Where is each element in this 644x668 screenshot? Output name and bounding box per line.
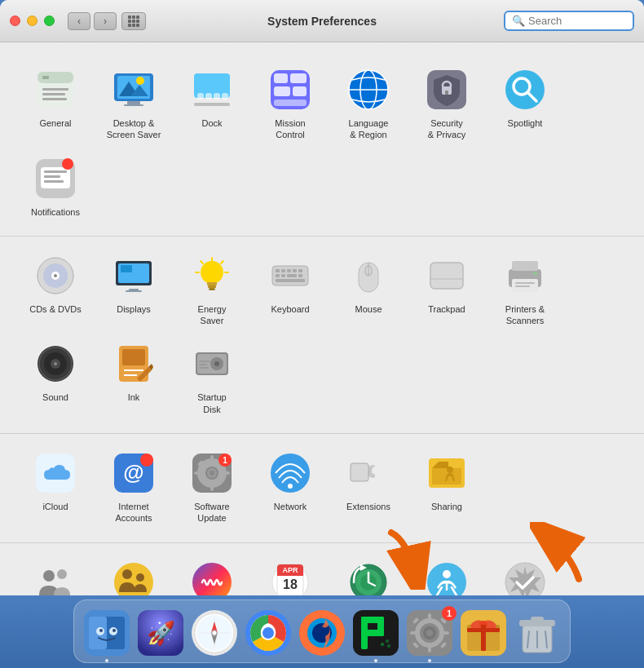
svg-rect-18 <box>194 103 230 106</box>
window-title: System Preferences <box>267 15 377 28</box>
hardware-grid: CDs & DVDs Displays <box>16 245 628 422</box>
svg-point-45 <box>54 274 57 277</box>
search-input[interactable] <box>528 15 626 27</box>
displays-label: Displays <box>117 303 151 315</box>
grid-view-button[interactable] <box>121 12 146 30</box>
svg-point-192 <box>426 630 433 636</box>
preferences-content: General <box>0 42 644 595</box>
pref-datetime[interactable]: APR 18 Date & Time <box>251 551 329 595</box>
pref-mission[interactable]: MissionControl <box>251 59 329 148</box>
svg-rect-185 <box>410 631 417 635</box>
section-hardware: CDs & DVDs Displays <box>0 237 644 434</box>
pref-security[interactable]: Security& Privacy <box>408 59 486 148</box>
svg-rect-75 <box>430 263 463 289</box>
svg-rect-80 <box>515 282 535 284</box>
pref-users[interactable]: Users &Groups <box>16 551 95 595</box>
pref-keyboard[interactable]: Keyboard <box>251 245 329 334</box>
pref-icloud[interactable]: iCloud <box>16 442 95 531</box>
pref-printers[interactable]: Printers &Scanners <box>486 245 564 334</box>
pref-software[interactable]: 1 SoftwareUpdate <box>173 442 251 531</box>
svg-rect-23 <box>293 86 307 96</box>
svg-rect-20 <box>274 73 288 83</box>
svg-rect-89 <box>122 349 145 365</box>
pref-siri[interactable]: Siri <box>173 551 251 595</box>
extensions-icon <box>344 449 393 498</box>
sysprefs-badge: 1 <box>442 606 457 621</box>
pref-dock[interactable]: Dock <box>173 59 251 148</box>
pref-cds[interactable]: CDs & DVDs <box>16 245 95 334</box>
pref-notifications[interactable]: Notifications <box>16 148 95 224</box>
pref-network[interactable]: Network <box>251 442 329 531</box>
pref-desktop[interactable]: Desktop &Screen Saver <box>95 59 173 148</box>
svg-line-58 <box>201 261 203 263</box>
svg-point-154 <box>112 629 116 632</box>
forward-button[interactable]: › <box>94 12 117 30</box>
dock-finder[interactable] <box>82 608 131 657</box>
pref-displays[interactable]: Displays <box>95 245 173 334</box>
svg-rect-32 <box>445 91 448 95</box>
security-label: Security& Privacy <box>428 117 465 141</box>
search-icon: 🔍 <box>512 15 525 27</box>
svg-rect-17 <box>222 93 228 100</box>
displays-icon <box>109 251 158 300</box>
pref-energy[interactable]: EnergySaver <box>173 245 251 334</box>
dock-trash[interactable] <box>513 608 562 657</box>
energy-label: EnergySaver <box>198 303 227 327</box>
maximize-button[interactable] <box>44 15 55 26</box>
pref-spotlight[interactable]: Spotlight <box>486 59 564 148</box>
search-box[interactable]: 🔍 <box>504 11 634 31</box>
svg-rect-107 <box>210 484 214 491</box>
svg-point-141 <box>443 570 451 578</box>
svg-point-41 <box>62 158 73 170</box>
svg-text:1: 1 <box>223 456 227 465</box>
svg-line-57 <box>221 261 223 263</box>
pref-extensions[interactable]: Extensions <box>329 442 408 531</box>
parental-icon <box>109 558 158 595</box>
svg-rect-176 <box>377 617 384 636</box>
pref-language[interactable]: Language& Region <box>329 59 408 148</box>
dock-sysprefs[interactable]: 1 <box>405 608 454 657</box>
svg-point-168 <box>262 627 274 639</box>
desktop-icon <box>109 65 158 114</box>
mouse-icon <box>344 251 393 300</box>
dock-safari[interactable] <box>190 608 239 657</box>
close-button[interactable] <box>10 15 20 26</box>
minimize-button[interactable] <box>27 15 37 26</box>
spotlight-label: Spotlight <box>508 117 543 129</box>
svg-rect-12 <box>124 104 143 106</box>
startup-label: StartupDisk <box>197 392 226 415</box>
svg-rect-15 <box>205 93 212 100</box>
svg-point-127 <box>192 563 232 595</box>
dock-giftbox[interactable] <box>459 608 508 657</box>
dock-launchpad[interactable]: 🚀 <box>136 608 185 657</box>
sound-icon <box>31 339 80 388</box>
pref-sharing[interactable]: Sharing <box>408 442 486 531</box>
pref-mouse[interactable]: Mouse <box>329 245 408 334</box>
svg-rect-78 <box>512 261 538 271</box>
pref-trackpad[interactable]: Trackpad <box>408 245 486 334</box>
svg-rect-98 <box>199 367 209 369</box>
sharing-label: Sharing <box>431 501 462 512</box>
dock-pixelmator[interactable] <box>351 608 400 657</box>
dock-chrome[interactable] <box>244 608 293 657</box>
svg-rect-22 <box>274 86 290 96</box>
pref-general[interactable]: General <box>16 59 95 148</box>
svg-point-123 <box>57 569 67 579</box>
dock-firefox[interactable] <box>298 608 346 657</box>
pref-startup[interactable]: StartupDisk <box>173 333 251 422</box>
svg-rect-3 <box>42 88 68 91</box>
svg-rect-40 <box>44 180 64 183</box>
svg-rect-4 <box>42 93 65 95</box>
personal-grid: General <box>16 59 628 224</box>
pref-internet[interactable]: @ InternetAccounts <box>95 442 173 531</box>
pref-parental[interactable]: ParentalControls <box>95 551 173 595</box>
pref-sound[interactable]: Sound <box>16 333 95 422</box>
pref-ink[interactable]: Ink <box>95 333 173 422</box>
system-preferences-window: ‹ › System Preferences 🔍 <box>0 0 644 595</box>
back-button[interactable]: ‹ <box>68 12 90 30</box>
svg-point-122 <box>43 570 55 582</box>
svg-rect-11 <box>127 101 140 104</box>
general-icon <box>31 65 80 114</box>
startup-icon <box>187 339 236 388</box>
users-icon <box>31 558 80 595</box>
